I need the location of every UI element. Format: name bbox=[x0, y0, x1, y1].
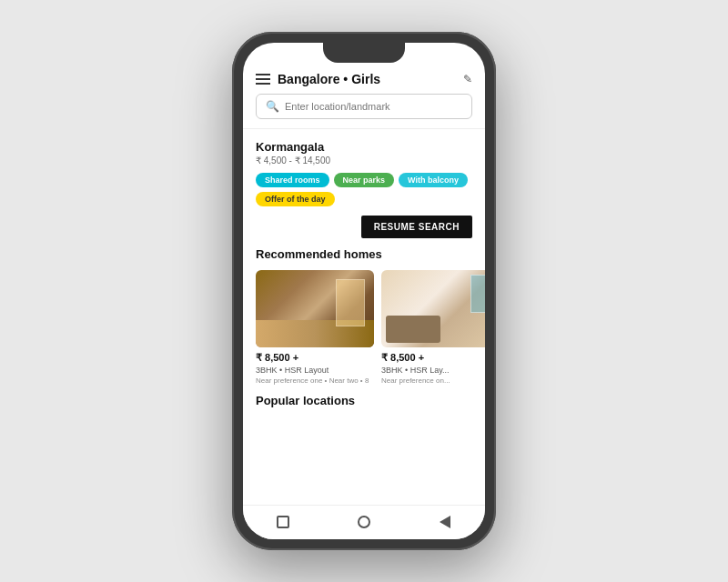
tag-with-balcony[interactable]: With balcony bbox=[399, 173, 468, 187]
gender-filter: • Girls bbox=[339, 72, 380, 86]
saved-location: Kormangala bbox=[256, 140, 472, 154]
nav-back-btn[interactable] bbox=[437, 514, 453, 530]
divider bbox=[243, 128, 485, 129]
bottom-nav bbox=[243, 505, 485, 539]
nav-home-btn[interactable] bbox=[356, 514, 372, 530]
room-photo-1 bbox=[256, 270, 374, 347]
edit-icon[interactable]: ✎ bbox=[463, 73, 472, 85]
tag-shared-rooms[interactable]: Shared rooms bbox=[256, 173, 329, 187]
phone-screen: Bangalore • Girls ✎ 🔍 Kormangala ₹ 4,500… bbox=[243, 43, 485, 539]
search-bar[interactable]: 🔍 bbox=[256, 94, 472, 119]
home-price-2: ₹ 8,500 + bbox=[381, 352, 485, 364]
tag-near-parks[interactable]: Near parks bbox=[334, 173, 395, 187]
homes-list: ₹ 8,500 + 3BHK • HSR Layout Near prefere… bbox=[243, 270, 485, 385]
city-name: Bangalore bbox=[278, 72, 339, 86]
home-type-1: 3BHK • HSR Layout bbox=[256, 366, 374, 375]
notch bbox=[323, 43, 405, 63]
phone-frame: Bangalore • Girls ✎ 🔍 Kormangala ₹ 4,500… bbox=[232, 32, 496, 550]
square-icon bbox=[277, 516, 289, 528]
home-card-1[interactable]: ₹ 8,500 + 3BHK • HSR Layout Near prefere… bbox=[256, 270, 374, 385]
search-icon: 🔍 bbox=[266, 100, 279, 113]
home-price-1: ₹ 8,500 + bbox=[256, 352, 374, 364]
screen-content: Bangalore • Girls ✎ 🔍 Kormangala ₹ 4,500… bbox=[243, 43, 485, 539]
menu-icon[interactable] bbox=[256, 74, 270, 85]
app-header: Bangalore • Girls ✎ bbox=[243, 63, 485, 94]
home-card-2[interactable]: ₹ 8,500 + 3BHK • HSR Lay... Near prefere… bbox=[381, 270, 485, 385]
saved-search-card: Kormangala ₹ 4,500 - ₹ 14,500 Shared roo… bbox=[243, 140, 485, 238]
popular-section-title: Popular locations bbox=[243, 385, 485, 407]
home-image-1 bbox=[256, 270, 374, 347]
home-prefs-1: Near preference one • Near two • 8 bbox=[256, 376, 374, 385]
resume-search-button[interactable]: RESUME SEARCH bbox=[361, 216, 472, 238]
room-photo-2 bbox=[381, 270, 485, 347]
nav-square-btn[interactable] bbox=[275, 514, 291, 530]
home-type-2: 3BHK • HSR Lay... bbox=[381, 366, 485, 375]
saved-price: ₹ 4,500 - ₹ 14,500 bbox=[256, 156, 472, 166]
home-image-2 bbox=[381, 270, 485, 347]
header-title: Bangalore • Girls bbox=[278, 72, 456, 86]
home-prefs-2: Near preference on... bbox=[381, 376, 485, 385]
triangle-icon bbox=[440, 516, 450, 528]
filter-tags: Shared rooms Near parks With balcony Off… bbox=[256, 173, 472, 206]
search-input[interactable] bbox=[285, 101, 462, 112]
tag-offer-day[interactable]: Offer of the day bbox=[256, 192, 335, 206]
recommended-section-title: Recommended homes bbox=[243, 247, 485, 261]
circle-icon bbox=[358, 516, 370, 528]
